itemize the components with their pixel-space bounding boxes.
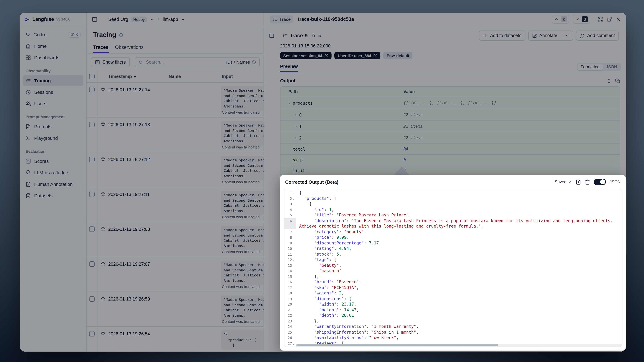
line-gutter: 16 [284,279,296,285]
code-line-13[interactable]: 13 "beauty", [284,262,622,268]
code-line-22[interactable]: 22 "depth": 28.01 [284,313,622,318]
code-content: "category": "beauty", [296,229,622,235]
code-line-19[interactable]: 19⌄ "dimensions": { [284,296,622,302]
code-line-5[interactable]: 5 "title": "Essence Mascara Lash Prince"… [284,212,622,218]
code-line-25[interactable]: 25 "shippingInformation": "Ships in 1 mo… [284,330,622,335]
desktop-background: Langfuse v3.146.0 Go to... ⌘ K HomeDashb… [0,0,644,362]
line-number: 9 [287,240,292,246]
line-gutter: 7 [284,229,296,235]
code-line-23[interactable]: 23 }, [284,318,622,324]
saved-status: Saved [555,180,572,184]
code-line-10[interactable]: 10 "rating": 4.94, [284,246,622,252]
fold-caret-icon[interactable]: ⌄ [292,340,295,346]
trash-icon[interactable] [585,179,590,184]
line-number: 20 [287,302,292,307]
code-line-3[interactable]: 3⌄ { [284,201,622,207]
code-content: "description": "The Essence Mascara Lash… [296,218,622,229]
code-content: "shippingInformation": "Ships in 1 month… [296,330,622,335]
line-gutter: 17 [284,285,296,290]
line-number: 10 [287,246,292,252]
code-content: "tags": [ [296,257,622,262]
code-content: "stock": 5, [296,252,622,257]
line-gutter: 23 [284,318,296,324]
code-content: }, [296,318,622,324]
line-gutter: 5 [284,212,296,218]
line-gutter: 3⌄ [284,201,296,207]
file-diff-icon[interactable] [576,179,581,184]
code-content: "mascara" [296,268,622,274]
line-gutter: 26 [284,335,296,340]
app-window: Langfuse v3.146.0 Go to... ⌘ K HomeDashb… [20,12,626,352]
code-line-15[interactable]: 15 ], [284,274,622,279]
code-content: "height": 14.43, [296,307,622,313]
line-gutter: 14 [284,268,296,274]
line-gutter: 2⌄ [284,196,296,201]
code-content: ], [296,274,622,279]
line-gutter: 24 [284,324,296,330]
line-number: 4 [287,207,292,212]
code-line-11[interactable]: 11 "stock": 5, [284,252,622,257]
line-number: 23 [287,318,292,324]
code-line-2[interactable]: 2⌄ "products": [ [284,196,622,201]
line-number: 3 [287,201,292,207]
line-gutter: 21 [284,307,296,313]
code-line-26[interactable]: 26 "availabilityStatus": "Low Stock", [284,335,622,340]
fold-caret-icon[interactable]: ⌄ [292,296,295,302]
line-number: 12 [287,257,292,262]
line-number: 22 [287,313,292,318]
line-gutter: 18 [284,290,296,296]
fold-caret-icon[interactable]: ⌄ [292,196,295,201]
line-number: 25 [287,330,292,335]
scrollbar-thumb[interactable] [296,344,498,346]
line-number: 21 [287,307,292,313]
line-gutter: 8 [284,235,296,240]
line-number: 18 [287,290,292,296]
code-line-21[interactable]: 21 "height": 14.43, [284,307,622,313]
line-gutter: 9 [284,240,296,246]
json-toggle[interactable] [594,179,606,185]
line-gutter: 15 [284,274,296,279]
code-content: "sku": "RCH45Q1A", [296,285,622,290]
code-line-16[interactable]: 16 "brand": "Essence", [284,279,622,285]
code-content: "discountPercentage": 7.17, [296,240,622,246]
line-number: 26 [287,335,292,340]
code-line-1[interactable]: 1⌄{ [284,190,622,196]
fold-caret-icon[interactable]: ⌄ [292,257,295,262]
json-toggle-label: JSON [610,180,621,184]
line-gutter: 11 [284,252,296,257]
code-line-20[interactable]: 20 "width": 23.17, [284,302,622,307]
code-line-7[interactable]: 7 "category": "beauty", [284,229,622,235]
code-content: "width": 23.17, [296,302,622,307]
corrected-output-card: Corrected Output (Beta) Saved JSON 1⌄{2⌄… [280,175,626,351]
code-line-12[interactable]: 12⌄ "tags": [ [284,257,622,262]
line-number: 7 [287,229,292,235]
code-content: "id": 1, [296,207,622,212]
fold-caret-icon[interactable]: ⌄ [292,190,295,196]
line-gutter: 25 [284,330,296,335]
line-number: 14 [287,268,292,274]
code-line-8[interactable]: 8 "price": 9.99, [284,235,622,240]
line-number: 15 [287,274,292,279]
line-number: 8 [287,235,292,240]
code-line-6[interactable]: 6 "description": "The Essence Mascara La… [284,218,622,229]
line-gutter: 6 [284,218,296,229]
json-editor[interactable]: 1⌄{2⌄ "products": [3⌄ {4 "id": 1,5 "titl… [284,189,622,347]
toggle-knob [600,180,605,184]
code-line-9[interactable]: 9 "discountPercentage": 7.17, [284,240,622,246]
editor-hscrollbar[interactable] [296,344,622,346]
line-gutter: 20 [284,302,296,307]
code-content: "brand": "Essence", [296,279,622,285]
line-number: 1 [287,190,292,196]
code-line-18[interactable]: 18 "weight": 2, [284,290,622,296]
code-line-24[interactable]: 24 "warrantyInformation": "1 month warra… [284,324,622,330]
line-number: 24 [287,324,292,330]
line-number: 28 [287,346,292,347]
line-gutter: 12⌄ [284,257,296,262]
fold-caret-icon[interactable]: ⌄ [292,346,295,347]
code-line-14[interactable]: 14 "mascara" [284,268,622,274]
code-line-4[interactable]: 4 "id": 1, [284,207,622,212]
code-content: "price": 9.99, [296,235,622,240]
code-content: "warrantyInformation": "1 month warranty… [296,324,622,330]
fold-caret-icon[interactable]: ⌄ [292,201,295,207]
code-line-17[interactable]: 17 "sku": "RCH45Q1A", [284,285,622,290]
